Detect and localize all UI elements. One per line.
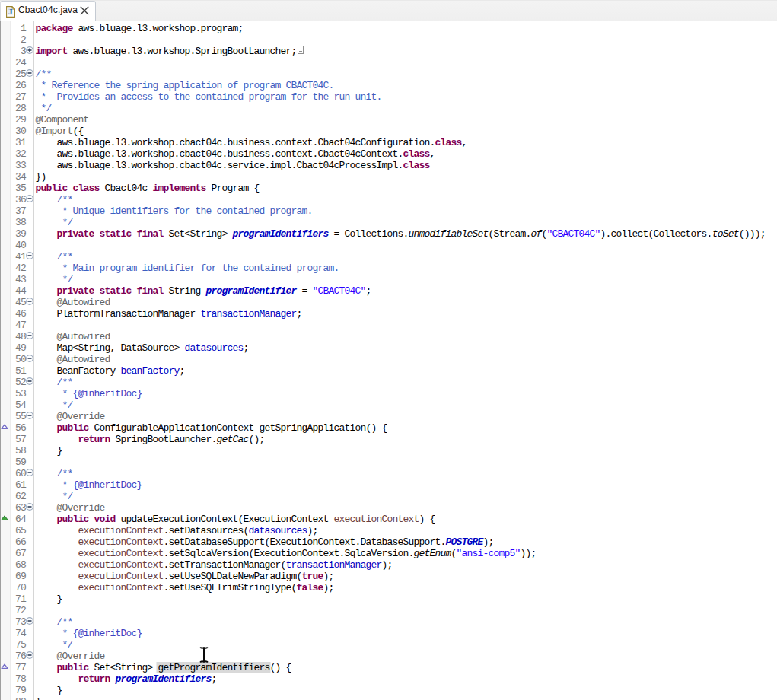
svg-text:J: J [8, 7, 13, 16]
